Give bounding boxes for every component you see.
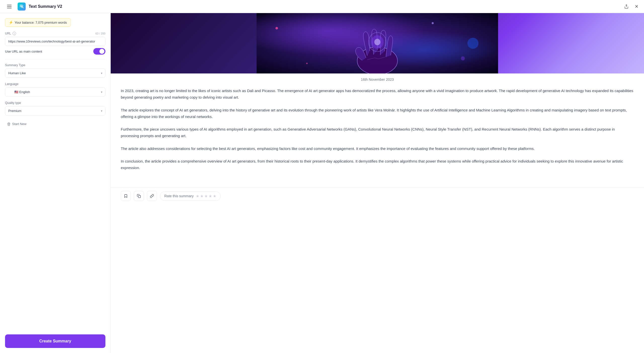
svg-point-19: [306, 63, 308, 64]
bookmark-icon: [124, 194, 128, 198]
star-3[interactable]: ★: [204, 194, 208, 199]
url-char-count: 63 / 200: [95, 32, 105, 35]
quality-type-select-wrapper: Premium Standard ▾: [5, 106, 105, 115]
create-summary-button[interactable]: Create Summary: [5, 334, 105, 348]
bolt-icon: ⚡: [9, 20, 13, 24]
article-paragraph-3: Furthermore, the piece uncovers various …: [121, 126, 634, 139]
article-hero-image: [111, 13, 644, 73]
svg-rect-1: [20, 6, 24, 6]
close-icon: ✕: [635, 4, 638, 9]
toggle-switch[interactable]: [93, 48, 105, 55]
balance-badge: ⚡ Your balance: 7,075 premium words: [5, 18, 71, 27]
language-select-wrapper: 🇺🇸 English 🇪🇸 Spanish 🇫🇷 French 🇩🇪 Germa…: [5, 87, 105, 97]
copy-icon: [137, 194, 141, 198]
svg-point-11: [374, 39, 380, 45]
url-label-row: URL i 63 / 200: [5, 32, 105, 35]
share-button[interactable]: [623, 3, 630, 10]
divider-1: [5, 59, 105, 59]
summary-type-select-wrapper: Human Like Bullet Points Short ▾: [5, 68, 105, 78]
article-image: [111, 13, 644, 73]
svg-rect-20: [138, 195, 141, 198]
titlebar: Text Summary V2 ✕: [0, 0, 644, 13]
link-button[interactable]: [147, 191, 157, 201]
balance-text: Your balance: 7,075 premium words: [15, 21, 67, 24]
article-paragraph-1: In 2023, creating art is no longer limit…: [121, 88, 634, 101]
language-group: Language 🇺🇸 English 🇪🇸 Spanish 🇫🇷 French…: [5, 82, 105, 97]
summary-type-label: Summary Type: [5, 63, 105, 67]
link-icon: [150, 194, 154, 198]
left-panel: ⚡ Your balance: 7,075 premium words URL …: [0, 13, 111, 353]
app-icon: [18, 3, 26, 11]
star-rating: ★ ★ ★ ★ ★: [196, 194, 216, 199]
article-body: In 2023, creating art is no longer limit…: [111, 86, 644, 187]
url-label: URL: [5, 32, 11, 35]
article-date: 16th November 2023: [111, 73, 644, 86]
url-group: URL i 63 / 200 Use URL as main content: [5, 32, 105, 55]
toggle-row: Use URL as main content: [5, 48, 105, 55]
quality-type-select[interactable]: Premium Standard: [5, 106, 105, 115]
svg-rect-2: [20, 7, 22, 7]
toggle-label: Use URL as main content: [5, 50, 42, 53]
rate-summary-button[interactable]: Rate this summary ★ ★ ★ ★ ★: [160, 191, 221, 201]
svg-rect-0: [20, 5, 23, 5]
url-label-left: URL i: [5, 32, 16, 35]
bookmark-button[interactable]: [121, 191, 131, 201]
svg-point-15: [275, 27, 278, 29]
star-1[interactable]: ★: [196, 194, 199, 199]
hamburger-icon: [6, 3, 13, 10]
star-4[interactable]: ★: [209, 194, 212, 199]
bottom-bar: Rate this summary ★ ★ ★ ★ ★: [111, 187, 644, 205]
start-new-button[interactable]: Start New: [5, 120, 28, 128]
quality-type-group: Quality type Premium Standard ▾: [5, 101, 105, 115]
language-select[interactable]: 🇺🇸 English 🇪🇸 Spanish 🇫🇷 French 🇩🇪 Germa…: [5, 87, 105, 97]
titlebar-right: ✕: [623, 2, 640, 11]
titlebar-left: Text Summary V2: [4, 2, 623, 11]
svg-point-16: [467, 38, 478, 49]
url-info-icon: i: [13, 32, 16, 35]
summary-type-group: Summary Type Human Like Bullet Points Sh…: [5, 63, 105, 78]
left-panel-content: ⚡ Your balance: 7,075 premium words URL …: [0, 13, 110, 330]
close-button[interactable]: ✕: [633, 2, 640, 11]
star-2[interactable]: ★: [200, 194, 204, 199]
url-input[interactable]: [5, 37, 105, 46]
svg-point-18: [432, 22, 434, 24]
start-new-label: Start New: [12, 122, 26, 126]
toggle-slider: [93, 48, 105, 55]
rate-summary-label: Rate this summary: [164, 194, 194, 198]
right-panel: 16th November 2023 In 2023, creating art…: [111, 13, 644, 353]
article-paragraph-4: The article also addresses consideration…: [121, 145, 634, 152]
copy-button[interactable]: [134, 191, 144, 201]
main-layout: ⚡ Your balance: 7,075 premium words URL …: [0, 13, 644, 353]
star-5[interactable]: ★: [213, 194, 216, 199]
svg-point-17: [461, 56, 465, 60]
trash-icon: [7, 122, 11, 126]
article-paragraph-5: In conclusion, the article provides a co…: [121, 158, 634, 171]
quality-type-label: Quality type: [5, 101, 105, 105]
language-label: Language: [5, 82, 105, 86]
summary-type-select[interactable]: Human Like Bullet Points Short: [5, 68, 105, 78]
article-paragraph-2: The article explores the concept of AI a…: [121, 107, 634, 120]
app-title: Text Summary V2: [29, 4, 62, 9]
menu-button[interactable]: [4, 2, 15, 11]
